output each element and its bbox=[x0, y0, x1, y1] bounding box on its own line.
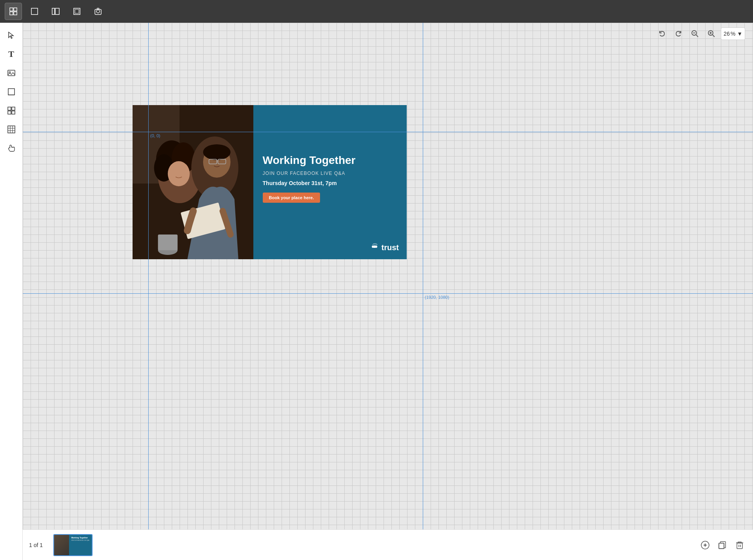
svg-rect-6 bbox=[55, 8, 59, 15]
svg-rect-17 bbox=[12, 111, 15, 114]
page-indicator: 1 of 1 bbox=[29, 542, 49, 548]
banner-subtitle: JOIN OUR FACEBOOK LIVE Q&A bbox=[263, 171, 397, 176]
image-tool[interactable] bbox=[3, 64, 20, 82]
zoom-out-button[interactable] bbox=[688, 27, 702, 41]
columns-tool[interactable] bbox=[47, 3, 64, 20]
zoom-unit: % bbox=[731, 31, 735, 37]
banner: Working Together JOIN OUR FACEBOOK LIVE … bbox=[133, 105, 407, 259]
banner-photo bbox=[133, 105, 253, 259]
zoom-dropdown-icon: ▼ bbox=[737, 31, 742, 37]
svg-rect-14 bbox=[8, 107, 11, 110]
guide-vertical-right bbox=[423, 23, 423, 560]
bottom-panel: 1 of 1 Working Together JOIN OUR FACEBOO… bbox=[23, 529, 753, 560]
guide-horizontal-top bbox=[23, 132, 753, 132]
logo-icon bbox=[371, 242, 379, 253]
canvas-area[interactable]: 26 % ▼ (0, 0) (1920, 1080) bbox=[23, 23, 753, 560]
svg-point-39 bbox=[203, 144, 231, 160]
banner-title: Working Together bbox=[263, 154, 397, 167]
banner-image-section bbox=[133, 105, 253, 259]
svg-rect-3 bbox=[14, 12, 17, 15]
banner-date: Thursday October 31st, 7pm bbox=[263, 180, 397, 186]
guide-vertical-left bbox=[148, 23, 149, 560]
design-canvas: Working Together JOIN OUR FACEBOOK LIVE … bbox=[133, 105, 407, 259]
sub-toolbar: 26 % ▼ bbox=[655, 27, 745, 41]
banner-content-section: Working Together JOIN OUR FACEBOOK LIVE … bbox=[253, 105, 407, 259]
logo-text: trust bbox=[382, 243, 399, 252]
zoom-in-button[interactable] bbox=[704, 27, 718, 41]
design-canvas-wrapper[interactable]: Working Together JOIN OUR FACEBOOK LIVE … bbox=[133, 105, 407, 259]
svg-line-25 bbox=[696, 35, 698, 37]
origin-label: (0, 0) bbox=[150, 133, 160, 138]
svg-rect-13 bbox=[8, 89, 15, 95]
banner-logo: trust bbox=[371, 242, 399, 253]
thumbnail-inner: Working Together JOIN OUR FACEBOOK LIVE … bbox=[54, 535, 92, 555]
left-sidebar: T bbox=[0, 23, 23, 560]
thumbnail-image bbox=[54, 535, 69, 555]
svg-rect-5 bbox=[52, 8, 55, 15]
table-tool[interactable] bbox=[3, 121, 20, 138]
frame-tool[interactable] bbox=[68, 3, 85, 20]
top-toolbar bbox=[0, 0, 753, 23]
svg-rect-1 bbox=[14, 8, 17, 11]
svg-rect-4 bbox=[31, 8, 38, 15]
svg-rect-53 bbox=[719, 543, 724, 549]
svg-rect-8 bbox=[75, 9, 79, 13]
svg-point-36 bbox=[168, 161, 190, 186]
zoom-display[interactable]: 26 % ▼ bbox=[721, 27, 745, 40]
svg-rect-11 bbox=[8, 70, 15, 76]
svg-rect-16 bbox=[8, 111, 11, 114]
end-label: (1920, 1080) bbox=[425, 295, 449, 300]
hand-tool[interactable] bbox=[3, 140, 20, 157]
grid-tool[interactable] bbox=[3, 102, 20, 119]
svg-line-29 bbox=[713, 35, 715, 37]
svg-rect-45 bbox=[158, 235, 178, 250]
screenshot-tool[interactable] bbox=[89, 3, 107, 20]
svg-rect-0 bbox=[10, 8, 13, 11]
main-area: T bbox=[0, 23, 753, 560]
page-thumbnail[interactable]: Working Together JOIN OUR FACEBOOK LIVE … bbox=[53, 534, 93, 556]
svg-rect-18 bbox=[8, 126, 15, 133]
add-page-button[interactable] bbox=[698, 538, 712, 552]
redo-button[interactable] bbox=[671, 27, 686, 41]
shape-tool[interactable] bbox=[3, 83, 20, 100]
svg-rect-10 bbox=[95, 9, 101, 15]
svg-rect-7 bbox=[74, 8, 80, 15]
thumbnail-content: Working Together JOIN OUR FACEBOOK LIVE … bbox=[69, 535, 92, 555]
svg-rect-2 bbox=[10, 12, 13, 15]
svg-rect-55 bbox=[737, 543, 742, 549]
duplicate-page-button[interactable] bbox=[715, 538, 729, 552]
banner-cta-button[interactable]: Book your place here. bbox=[263, 193, 320, 203]
select-all-tool[interactable] bbox=[5, 3, 22, 20]
bottom-actions bbox=[698, 538, 747, 552]
zoom-value: 26 bbox=[724, 31, 730, 37]
crop-tool[interactable] bbox=[26, 3, 43, 20]
text-tool[interactable]: T bbox=[3, 45, 20, 63]
svg-rect-15 bbox=[12, 107, 15, 110]
svg-rect-48 bbox=[374, 245, 375, 248]
svg-point-9 bbox=[96, 10, 100, 13]
delete-page-button[interactable] bbox=[733, 538, 747, 552]
cursor-tool[interactable] bbox=[3, 27, 20, 44]
guide-horizontal-bottom bbox=[23, 293, 753, 294]
undo-button[interactable] bbox=[655, 27, 669, 41]
